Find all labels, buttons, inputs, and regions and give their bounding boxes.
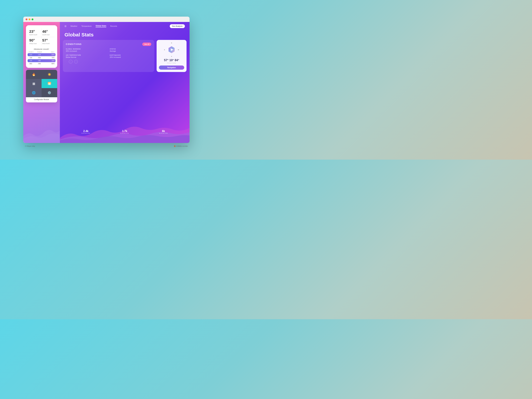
elevation-labels: 2.4k ELEVATION 1.7k ELEVATION 6k ELEVATI…	[60, 130, 190, 134]
condition-label-1: GLOBAL WARMING	[66, 48, 108, 50]
nav-records[interactable]: Records	[110, 25, 117, 27]
row3-atom: ↓100	[29, 60, 37, 62]
conditions-card: CONDITIONS See All GLOBAL WARMING 30% In…	[63, 40, 154, 72]
stat-value-1: 23°	[29, 30, 41, 34]
page-title: Global Stats	[60, 30, 190, 40]
chart-headers: ATOM F. POWER VOLT.	[29, 51, 55, 52]
chart-header-power: POWER	[37, 51, 46, 52]
elev-value-2: 1.7k	[120, 130, 129, 133]
condition-value-2: Average	[110, 50, 151, 52]
left-panel-waves	[23, 123, 60, 143]
stat-sharp-east: 90° Sharp East	[29, 37, 42, 46]
compass-n: N	[171, 42, 172, 44]
main-area: ⊞ Weather Temparature Global Stats Recor…	[60, 22, 190, 143]
chart-row-1: ↓519 ↑224 64%	[28, 53, 56, 56]
nav-weather[interactable]: Weather	[70, 25, 77, 27]
stat-label-4: West North	[42, 43, 54, 44]
condition-global-warming: GLOBAL WARMING 30% Increased	[66, 48, 108, 52]
row2-power: ↓600	[37, 57, 46, 58]
stat-value-4: 57°	[42, 38, 54, 42]
elev-label-2: ELEVATION	[120, 133, 129, 134]
elevation-item-3: 6k ELEVATION	[159, 130, 168, 134]
grid-icon[interactable]: ⊞	[64, 25, 66, 27]
browser-window: 23° North South 46° South East 90° Sharp…	[23, 17, 190, 143]
compass-w: W	[178, 49, 179, 51]
chart-row-4: ↓863 ↓093 80%	[29, 62, 55, 65]
elev-label-3: ELEVATION	[159, 133, 168, 134]
row4-volt: 80%	[46, 63, 55, 64]
chart-header-atom: ATOM F.	[29, 51, 37, 52]
close-dot[interactable]	[25, 19, 27, 20]
elevation-item-1: 2.4k ELEVATION	[82, 130, 90, 134]
condition-status: STATUS Average	[110, 48, 151, 52]
elev-label-1: ELEVATION	[82, 133, 90, 134]
chart-row-2: ↓140 ↓600 70%	[29, 56, 55, 59]
see-all-button[interactable]: See All	[142, 43, 151, 46]
row2-volt: 70%	[46, 57, 55, 58]
elevation-item-2: 1.7k ELEVATION	[120, 130, 129, 134]
config-cell-fire[interactable]: 🔥	[26, 70, 42, 79]
conditions-title: CONDITIONS	[66, 43, 82, 45]
left-panel: 23° North South 46° South East 90° Sharp…	[23, 22, 60, 143]
nav-temperature[interactable]: Temparature	[81, 25, 92, 27]
stats-grid: 23° North South 46° South East 90° Sharp…	[29, 28, 55, 46]
chart-header-volt: VOLT.	[46, 51, 55, 52]
compass-hex-svg	[167, 45, 176, 54]
navigation-button[interactable]: Navigation	[159, 65, 184, 70]
stat-label-1: North South	[29, 34, 41, 36]
conditions-row: CONDITIONS See All GLOBAL WARMING 30% In…	[60, 40, 190, 72]
stat-value-2: 46°	[42, 30, 54, 34]
stat-west-north: 57° West North	[42, 37, 55, 46]
condition-value-4: 26% Increased	[110, 56, 151, 58]
browser-bar	[23, 17, 190, 22]
elevation-area: 2.4k ELEVATION 1.7k ELEVATION 6k ELEVATI…	[60, 120, 190, 143]
produce-chart-title: PRODUCE CHART	[29, 48, 55, 50]
position-label: POSITION	[167, 62, 176, 64]
row3-power: ↑485	[37, 60, 46, 62]
elev-value-1: 2.4k	[82, 130, 90, 133]
compass-e: E	[164, 49, 165, 51]
condition-label-2: STATUS	[110, 48, 151, 50]
config-cell-chart[interactable]: ▦	[26, 79, 42, 88]
compass: N S E W	[164, 42, 179, 57]
row1-volt: 64%	[46, 54, 55, 56]
config-cell-globe[interactable]: 🌐	[26, 88, 42, 97]
row1-power: ↑224	[37, 54, 46, 56]
configurator-title: Configurator Module	[26, 99, 57, 101]
row2-atom: ↓140	[29, 57, 37, 58]
conditions-grid: GLOBAL WARMING 30% Increased STATUS Aver…	[66, 48, 151, 58]
row1-atom: ↓519	[29, 54, 37, 56]
stat-label-3: Sharp East	[29, 43, 41, 44]
condition-value-3: Below Normal	[66, 56, 108, 58]
row3-volt: 15%	[46, 60, 55, 62]
stat-south-east: 46° South East	[42, 28, 55, 37]
minimize-dot[interactable]	[29, 19, 30, 20]
configurator-module: 🔥 ☀️ ▦ 🌅 🌐 ⚙️ Configurator Module	[26, 70, 57, 102]
geo-analysis-button[interactable]: Geo Analysis	[170, 24, 185, 28]
stat-value-3: 90°	[29, 38, 41, 42]
nav-bar: ⊞ Weather Temparature Global Stats Recor…	[60, 22, 190, 30]
footer-left: © Rifayat Uday	[25, 145, 35, 147]
conditions-header: CONDITIONS See All	[66, 43, 151, 46]
stat-label-2: South East	[42, 34, 54, 36]
stats-card: 23° North South 46° South East 90° Sharp…	[26, 25, 57, 68]
config-cell-gear[interactable]: ⚙️	[42, 88, 57, 97]
arrow-right[interactable]: →	[74, 60, 78, 63]
nav-global-stats[interactable]: Global Stats	[95, 25, 106, 27]
row4-power: ↓093	[37, 63, 46, 64]
arrow-left[interactable]: ←	[69, 60, 72, 63]
chart-row-3: ↓100 ↑485 15%	[28, 59, 56, 62]
config-grid: 🔥 ☀️ ▦ 🌅 🌐 ⚙️	[26, 70, 57, 97]
condition-earthquake: EARTHQUAKE 26% Increased	[110, 54, 151, 58]
config-cell-sunset[interactable]: 🌅	[42, 79, 57, 88]
condition-value-1: 30% Increased	[66, 50, 108, 52]
browser-content: 23° North South 46° South East 90° Sharp…	[23, 22, 190, 143]
maximize-dot[interactable]	[32, 19, 33, 20]
condition-label-4: EARTHQUAKE	[110, 54, 151, 56]
config-cell-sun[interactable]: ☀️	[42, 70, 57, 79]
position-values: 57° 10° 84°	[164, 58, 179, 62]
compass-s: S	[171, 56, 172, 57]
stat-north-south: 23° North South	[29, 28, 42, 37]
row4-atom: ↓863	[29, 63, 37, 64]
position-card: N S E W	[157, 40, 187, 72]
